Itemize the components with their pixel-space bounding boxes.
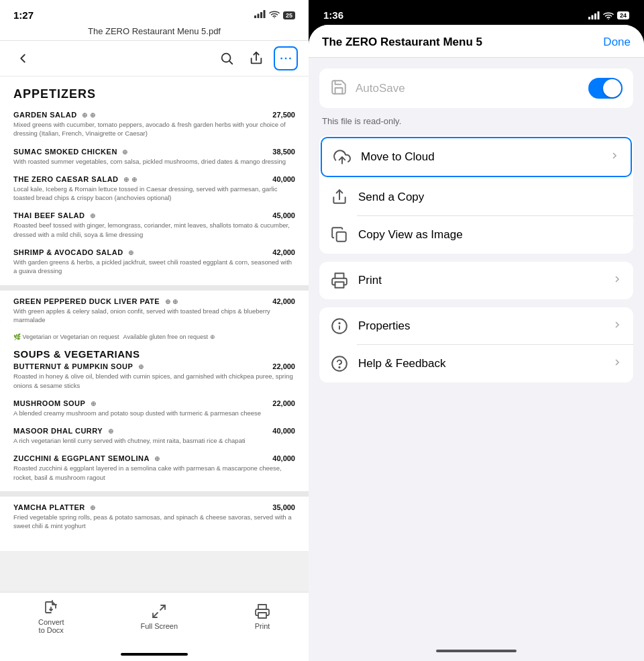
toggle-knob <box>603 79 621 97</box>
properties-chevron <box>612 319 623 333</box>
svg-point-18 <box>608 18 609 19</box>
cloud-upload-icon <box>333 148 352 166</box>
home-bar-right <box>436 650 517 652</box>
time-left: 1:27 <box>13 9 34 21</box>
battery-left: 25 <box>283 11 295 19</box>
section-title-appetizers: APPETIZERS <box>13 87 295 101</box>
menu-item-sumac: SUMAC SMOKED CHICKEN ⊕ 38,500 With roast… <box>13 148 295 166</box>
fullscreen-label: Full Screen <box>140 622 178 630</box>
move-to-cloud-label: Move to Cloud <box>361 150 609 164</box>
toolbar-left <box>0 41 309 77</box>
svg-rect-22 <box>335 282 344 288</box>
svg-point-4 <box>274 17 275 18</box>
time-right: 1:36 <box>323 9 343 21</box>
convert-to-docx-button[interactable]: Convertto Docx <box>38 599 64 634</box>
section-title-soups: SOUPS & VEGETARIANS <box>13 348 295 360</box>
svg-line-6 <box>229 61 232 64</box>
print-chevron <box>612 274 623 287</box>
right-header-title: The ZERO Restaurant Menu 5 <box>322 36 482 49</box>
menu-group-3: Properties Help & Feedback <box>319 307 633 383</box>
menu-item-thai-beef: THAI BEEF SALAD ⊕ 45,000 Roasted beef to… <box>13 211 295 239</box>
menu-item-caesar: THE ZERO CAESAR SALAD ⊕ ⊕ 40,000 Local k… <box>13 175 295 203</box>
svg-rect-1 <box>257 14 259 19</box>
move-to-cloud-chevron <box>609 150 620 164</box>
help-feedback-label: Help & Feedback <box>358 357 612 370</box>
properties-label: Properties <box>358 319 612 333</box>
signal-icon-right <box>588 11 600 19</box>
svg-point-9 <box>285 58 287 60</box>
readonly-note: This file is read-only. <box>319 112 633 136</box>
print-row[interactable]: Print <box>319 262 633 299</box>
copy-view-as-image-row[interactable]: Copy View as Image <box>319 216 633 254</box>
svg-line-12 <box>153 613 158 617</box>
svg-rect-3 <box>263 10 265 18</box>
menu-item-yamcha: YAMCHA PLATTER ⊕ 35,000 Fried vegetable … <box>13 503 295 531</box>
menu-item-masoor: MASOOR DHAL CURRY ⊕ 40,000 A rich vegeta… <box>13 427 295 445</box>
fullscreen-button[interactable]: Full Screen <box>140 603 178 630</box>
print-label-left: Print <box>255 622 270 630</box>
autosave-row: AutoSave <box>319 68 633 108</box>
svg-rect-21 <box>337 232 346 242</box>
convert-label: Convertto Docx <box>38 618 64 634</box>
menu-group-2: Print <box>319 262 633 299</box>
send-a-copy-label: Send a Copy <box>358 191 623 204</box>
svg-rect-14 <box>588 17 590 19</box>
svg-rect-17 <box>597 11 599 19</box>
svg-rect-16 <box>594 13 596 19</box>
copy-view-as-image-label: Copy View as Image <box>358 228 623 242</box>
autosave-label: AutoSave <box>356 82 405 95</box>
section-divider-1 <box>0 285 309 291</box>
menu-item-zucchini: ZUCCHINI & EGGPLANT SEMOLINA ⊕ 40,000 Ro… <box>13 454 295 482</box>
right-panel: The ZERO Restaurant Menu 5 Done AutoSave <box>309 25 644 661</box>
back-button[interactable] <box>11 46 35 70</box>
left-phone: 1:27 25 The ZERO Restau <box>0 0 309 661</box>
svg-point-26 <box>332 356 347 371</box>
autosave-toggle[interactable] <box>588 78 623 99</box>
right-header: The ZERO Restaurant Menu 5 Done <box>309 25 644 58</box>
print-label: Print <box>358 274 612 287</box>
svg-rect-0 <box>254 15 256 18</box>
wifi-icon-right <box>603 11 614 19</box>
menu-item-butternut: BUTTERNUT & PUMPKIN SOUP ⊕ 22,000 Roaste… <box>13 362 295 390</box>
home-indicator-right <box>309 641 644 661</box>
right-phone: 1:36 24 The ZERO Restaurant Menu 5 Done <box>309 0 644 661</box>
section-divider-2 <box>0 491 309 497</box>
status-bar-left: 1:27 25 <box>0 0 309 25</box>
search-button[interactable] <box>215 46 239 70</box>
pdf-content: APPETIZERS GARDEN SALAD ⊕ ⊕ 27,500 Mixed… <box>0 77 309 592</box>
signal-icon-left <box>254 10 266 20</box>
pdf-page: APPETIZERS GARDEN SALAD ⊕ ⊕ 27,500 Mixed… <box>0 77 309 551</box>
status-bar-right: 1:36 24 <box>309 0 644 25</box>
svg-rect-15 <box>591 15 593 19</box>
help-feedback-chevron <box>612 357 623 370</box>
properties-row[interactable]: Properties <box>319 307 633 345</box>
help-feedback-row[interactable]: Help & Feedback <box>319 345 633 383</box>
veg-note: 🌿 Vegetarian or Vegetarian on request Av… <box>13 334 295 340</box>
move-to-cloud-row[interactable]: Move to Cloud <box>321 137 632 177</box>
status-icons-right: 24 <box>588 11 629 19</box>
battery-right: 24 <box>617 11 629 19</box>
menu-item-duck-liver: GREEN PEPPERED DUCK LIVER PATE ⊕ ⊕ 42,00… <box>13 297 295 325</box>
bottom-toolbar-left: Convertto Docx Full Screen Print <box>0 592 309 648</box>
more-button[interactable] <box>274 46 298 70</box>
svg-point-10 <box>289 58 291 60</box>
help-circle-icon <box>330 354 349 373</box>
print-button-left[interactable]: Print <box>254 603 270 630</box>
svg-rect-13 <box>258 613 266 618</box>
done-button[interactable]: Done <box>603 36 631 49</box>
share-button[interactable] <box>244 46 268 70</box>
autosave-icon <box>330 79 347 99</box>
home-bar-left <box>121 653 188 656</box>
doc-title: The ZERO Restaurant Menu 5.pdf <box>0 25 309 41</box>
wifi-icon-left <box>269 10 280 20</box>
autosave-left: AutoSave <box>330 79 405 99</box>
right-content: AutoSave This file is read-only. <box>309 58 644 641</box>
menu-item-mushroom: MUSHROOM SOUP ⊕ 22,000 A blended creamy … <box>13 399 295 417</box>
send-a-copy-row[interactable]: Send a Copy <box>319 179 633 216</box>
printer-icon <box>330 271 349 290</box>
svg-line-11 <box>160 605 165 610</box>
svg-rect-2 <box>260 12 262 18</box>
home-indicator-left <box>0 648 309 661</box>
share-upload-icon <box>330 188 349 207</box>
menu-item-garden-salad: GARDEN SALAD ⊕ ⊕ 27,500 Mixed greens wit… <box>13 111 295 138</box>
